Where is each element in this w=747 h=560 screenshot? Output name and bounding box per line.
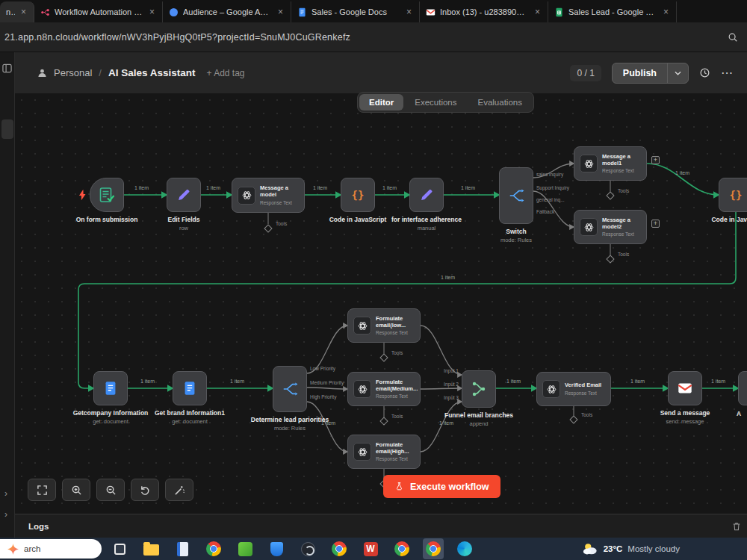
node-determine-lead-priorities[interactable] xyxy=(273,366,307,412)
port-label: Fallback xyxy=(536,210,554,215)
tab-evaluations[interactable]: Evaluations xyxy=(468,94,532,111)
docs-icon xyxy=(102,380,119,396)
svg-text:{}: {} xyxy=(730,189,743,201)
connection-line xyxy=(647,164,719,195)
browser-tab-google-docs[interactable]: Sales - Google Docs × xyxy=(291,1,420,22)
browser-tab-audience[interactable]: Audience – Google Auth P... × xyxy=(163,1,291,22)
node-message-a-model[interactable]: Message a modelResponse Text xyxy=(232,178,305,213)
publish-button-group[interactable]: Publish xyxy=(612,63,689,84)
item-count-label: 1 item xyxy=(461,185,475,190)
node-clipped-node[interactable]: {} xyxy=(738,371,747,405)
chrome-profile-2-button[interactable] xyxy=(329,538,350,559)
add-tag-button[interactable]: + Add tag xyxy=(207,68,245,78)
port-label: Support Inquiry xyxy=(536,186,569,191)
breadcrumb-project[interactable]: Personal xyxy=(54,67,92,78)
node-get-brand-information1[interactable] xyxy=(173,371,207,405)
trash-icon[interactable] xyxy=(732,522,741,531)
chevron-right-icon[interactable]: › xyxy=(4,489,7,498)
chrome-icon xyxy=(332,541,347,556)
node-formulate-email-high[interactable]: Formulate email(High...Response Text xyxy=(347,435,421,469)
minecraft-button[interactable] xyxy=(235,538,255,559)
node-get-company-information[interactable] xyxy=(93,371,128,405)
node-on-form-submission[interactable] xyxy=(90,178,124,212)
browser-tab-google-sheets[interactable]: Sales Lead - Google Sheet... × xyxy=(548,1,677,22)
tab-close-icon[interactable]: × xyxy=(19,7,28,17)
node-message-a-model2[interactable]: Message a model2Response Text xyxy=(574,210,647,244)
task-view-button[interactable] xyxy=(109,538,130,559)
publish-button[interactable]: Publish xyxy=(613,63,667,83)
more-options-button[interactable]: ⋯ xyxy=(721,67,734,79)
item-count-label: 1 item xyxy=(206,185,220,190)
canvas-controls xyxy=(28,479,193,501)
zoom-out-button[interactable] xyxy=(96,479,125,501)
tab-editor[interactable]: Editor xyxy=(359,94,403,111)
execute-workflow-label: Execute workflow xyxy=(410,482,489,492)
fit-view-button[interactable] xyxy=(28,479,56,501)
edge-button[interactable] xyxy=(454,538,475,559)
node-send-a-message[interactable] xyxy=(668,371,702,405)
sidebar-toggle-icon[interactable] xyxy=(2,63,12,76)
node-verified-email[interactable]: Verified EmailResponse Text xyxy=(536,372,611,406)
view-tabs: Editor Executions Evaluations xyxy=(357,92,534,113)
taskbar-weather[interactable]: 23°C Mostly cloudy xyxy=(582,541,680,556)
green-cube-icon xyxy=(238,542,252,556)
file-explorer-button[interactable] xyxy=(140,538,161,559)
node-switch[interactable] xyxy=(499,167,533,224)
browser-url-bar[interactable]: 21.app.n8n.cloud/workflow/nWV3hPyjBHgQ0t… xyxy=(0,22,747,52)
port-label: Medium Priority xyxy=(310,381,344,386)
port-label: Tools xyxy=(391,414,403,420)
node-title: Message a modelResponse Text xyxy=(260,185,299,205)
publish-dropdown-button[interactable] xyxy=(668,63,688,83)
tab-close-icon[interactable]: × xyxy=(662,7,670,17)
chevron-right-icon[interactable]: › xyxy=(4,510,7,519)
defender-button[interactable] xyxy=(266,538,287,559)
obs-button[interactable] xyxy=(297,538,318,559)
zoom-in-button[interactable] xyxy=(62,479,90,501)
add-node-button[interactable]: + xyxy=(651,156,660,164)
node-edit-fields[interactable] xyxy=(167,178,201,212)
chrome-active-button[interactable] xyxy=(423,538,444,559)
workflow-title[interactable]: AI Sales Assistant xyxy=(108,67,196,78)
url-text[interactable]: 21.app.n8n.cloud/workflow/nWV3hPyjBHgQ0t… xyxy=(4,32,728,43)
node-funnel-email-branches[interactable] xyxy=(462,370,496,408)
tidy-up-button[interactable] xyxy=(165,479,193,501)
tab-close-icon[interactable]: × xyxy=(276,7,285,17)
browser-tab-n8n[interactable]: n8n × xyxy=(0,1,34,22)
switch-icon xyxy=(282,381,298,397)
tab-close-icon[interactable]: × xyxy=(148,7,156,17)
google-docs-favicon-icon xyxy=(297,7,307,17)
node-code-in-javascript[interactable]: {} xyxy=(341,178,375,212)
wordpad-button[interactable] xyxy=(360,538,381,559)
node-for-interface-adherence[interactable] xyxy=(409,178,444,212)
port-label: Input 1 xyxy=(444,369,459,374)
node-message-a-model1[interactable]: Message a model1Response Text xyxy=(574,146,647,181)
browser-tab-workflow-automation[interactable]: Workflow Automation - n8... × xyxy=(34,1,163,22)
tab-executions[interactable]: Executions xyxy=(405,94,466,111)
workflow-history-button[interactable] xyxy=(699,67,710,78)
add-node-button[interactable]: + xyxy=(651,220,660,228)
tab-close-icon[interactable]: × xyxy=(405,7,413,17)
execute-workflow-button[interactable]: Execute workflow xyxy=(383,475,500,498)
left-sidebar-rail[interactable]: › › xyxy=(0,52,15,538)
browser-tab-gmail-inbox[interactable]: Inbox (13) - u28389012@g... × xyxy=(420,1,548,22)
chrome-button[interactable] xyxy=(203,538,224,559)
sidebar-collapsed-item[interactable] xyxy=(1,119,13,139)
chrome-profile-3-button[interactable] xyxy=(391,538,412,559)
item-count-label: 1 item xyxy=(630,379,645,384)
document-icon xyxy=(177,542,188,556)
taskbar-icons xyxy=(109,538,475,559)
search-text: arch xyxy=(24,544,40,553)
node-code-in-javascript1[interactable]: {} xyxy=(719,178,747,212)
user-icon xyxy=(37,68,47,78)
logs-panel-header[interactable]: Logs xyxy=(15,514,747,538)
undo-button[interactable] xyxy=(131,479,159,501)
document-app-button[interactable] xyxy=(172,538,193,559)
node-formulate-email-medium[interactable]: Formulate email(Medium...Response Text xyxy=(347,372,421,406)
taskbar-search[interactable]: arch xyxy=(0,539,102,559)
tab-close-icon[interactable]: × xyxy=(533,7,542,17)
openai-icon xyxy=(353,443,371,461)
workflow-canvas[interactable]: Execute workflow On form submissionEdit … xyxy=(15,93,747,514)
port-label: Tools xyxy=(618,252,629,258)
node-formulate-email-low[interactable]: Formulate email(low...Response Text xyxy=(347,308,421,343)
zoom-icon[interactable] xyxy=(728,32,738,43)
